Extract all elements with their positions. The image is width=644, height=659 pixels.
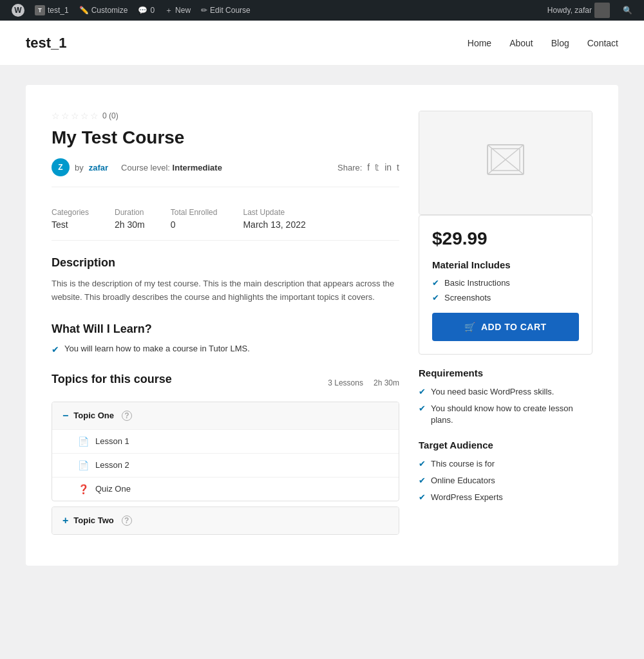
wp-logo-icon: W <box>12 4 24 17</box>
req-2-text: You should know how to create lesson pla… <box>431 403 592 426</box>
site-icon: T <box>35 5 45 15</box>
nav-contact[interactable]: Contact <box>587 38 618 48</box>
quiz-1-name: Quiz One <box>95 484 131 494</box>
course-level-label: Course level: <box>121 163 170 172</box>
audience-check-icon-1: ✔ <box>419 458 426 470</box>
stat-duration: Duration 2h 30m <box>115 208 145 230</box>
author-info: Z by zafar <box>52 158 108 176</box>
stat-duration-label: Duration <box>115 208 145 217</box>
topic-toggle-icon: − <box>62 410 68 422</box>
purchase-box: $29.99 Material Includes ✔ Basic Instruc… <box>419 215 592 355</box>
topics-title: Topics for this course <box>52 373 172 386</box>
topic-help-icon[interactable]: ? <box>122 411 132 421</box>
share-facebook[interactable]: f <box>367 162 370 172</box>
material-item-2: ✔ Screenshots <box>432 293 579 302</box>
material-item-1: ✔ Basic Instructions <box>432 278 579 288</box>
audience-check-icon-2: ✔ <box>419 475 426 487</box>
audience-section: Target Audience ✔ This course is for ✔ O… <box>419 440 592 504</box>
new-item[interactable]: ＋ New <box>160 0 196 21</box>
stat-update: Last Update March 13, 2022 <box>243 208 305 230</box>
edit-icon: ✏ <box>201 6 207 15</box>
audience-title: Target Audience <box>419 440 592 450</box>
req-item-2: ✔ You should know how to create lesson p… <box>419 403 592 426</box>
stat-enrolled-value: 0 <box>171 219 218 230</box>
admin-site-name: test_1 <box>48 6 69 15</box>
new-icon: ＋ <box>165 5 173 16</box>
topics-duration: 2h 30m <box>374 378 399 387</box>
nav-blog[interactable]: Blog <box>551 38 569 48</box>
stat-enrolled: Total Enrolled 0 <box>171 208 218 230</box>
topic-two-name: Topic Two <box>73 515 113 525</box>
new-label: New <box>175 6 191 15</box>
course-stats: Categories Test Duration 2h 30m Total En… <box>52 198 399 241</box>
learn-title: What Will I Learn? <box>52 322 399 336</box>
site-name-item[interactable]: T test_1 <box>30 0 74 21</box>
topic-one-header[interactable]: − Topic One ? <box>52 402 399 429</box>
add-to-cart-button[interactable]: 🛒 ADD TO CART <box>432 313 579 341</box>
audience-check-icon-3: ✔ <box>419 492 426 503</box>
audience-1-text: This course is for <box>431 458 495 470</box>
course-rating: ☆ ☆ ☆ ☆ ☆ 0 (0) <box>52 111 399 121</box>
lesson-2-name: Lesson 2 <box>95 460 129 470</box>
req-item-1: ✔ You need basic WordPress skills. <box>419 386 592 398</box>
material-title: Material Includes <box>432 259 579 270</box>
course-sidebar: $29.99 Material Includes ✔ Basic Instruc… <box>419 111 592 540</box>
audience-2-text: Online Educators <box>431 475 495 487</box>
course-main: ☆ ☆ ☆ ☆ ☆ 0 (0) My Test Course <box>52 111 399 540</box>
author-avatar: Z <box>52 158 70 176</box>
nav-home[interactable]: Home <box>468 38 491 48</box>
description-title: Description <box>52 256 399 270</box>
topic-one-lessons: 📄 Lesson 1 📄 Lesson 2 ❓ Quiz One <box>52 429 399 501</box>
share-tumblr[interactable]: t <box>397 162 399 172</box>
star-1: ☆ <box>52 111 60 121</box>
description-text: This is the description of my test cours… <box>52 277 399 304</box>
author-link[interactable]: zafar <box>89 163 108 172</box>
wp-logo-item[interactable]: W <box>6 0 30 21</box>
share-icons: f 𝕥 in t <box>367 162 399 172</box>
share-label: Share: <box>337 163 362 172</box>
lesson-item-2[interactable]: 📄 Lesson 2 <box>52 453 399 477</box>
search-item[interactable]: 🔍 <box>618 0 638 21</box>
topic-block-two: + Topic Two ? <box>52 506 399 535</box>
topic-two-header[interactable]: + Topic Two ? <box>52 507 399 534</box>
star-4: ☆ <box>80 111 89 121</box>
topics-header: Topics for this course 3 Lessons 2h 30m <box>52 373 399 394</box>
stat-categories: Categories Test <box>52 208 89 230</box>
stat-update-label: Last Update <box>243 208 305 217</box>
customize-item[interactable]: ✏️ Customize <box>74 0 133 21</box>
lesson-1-name: Lesson 1 <box>95 436 129 446</box>
req-check-icon-2: ✔ <box>419 403 426 414</box>
admin-bar-left: W T test_1 ✏️ Customize 💬 0 ＋ New ✏ Edit… <box>6 0 542 21</box>
howdy-text: Howdy, zafar <box>547 6 592 15</box>
topic-two-help-icon[interactable]: ? <box>122 515 132 526</box>
req-1-text: You need basic WordPress skills. <box>431 386 554 398</box>
site-title[interactable]: test_1 <box>26 35 67 51</box>
site-header: test_1 Home About Blog Contact <box>0 21 644 66</box>
share-linkedin[interactable]: in <box>384 162 392 172</box>
stat-categories-label: Categories <box>52 208 89 217</box>
course-price: $29.99 <box>432 228 579 249</box>
customize-icon: ✏️ <box>79 6 89 15</box>
quiz-item-1[interactable]: ❓ Quiz One <box>52 477 399 501</box>
edit-course-item[interactable]: ✏ Edit Course <box>196 0 256 21</box>
course-meta: Z by zafar Course level: Intermediate Sh… <box>52 158 399 187</box>
admin-bar: W T test_1 ✏️ Customize 💬 0 ＋ New ✏ Edit… <box>0 0 644 21</box>
comments-item[interactable]: 💬 0 <box>133 0 160 21</box>
requirements-section: Requirements ✔ You need basic WordPress … <box>419 367 592 427</box>
star-rating: ☆ ☆ ☆ ☆ ☆ <box>52 111 99 121</box>
stat-enrolled-label: Total Enrolled <box>171 208 218 217</box>
star-2: ☆ <box>61 111 70 121</box>
comments-icon: 💬 <box>138 6 147 15</box>
topics-lessons-count: 3 Lessons <box>328 378 363 387</box>
search-icon: 🔍 <box>623 6 632 15</box>
author-initial: Z <box>58 163 62 172</box>
howdy-item[interactable]: Howdy, zafar <box>542 0 615 21</box>
learn-section: What Will I Learn? ✔ You will learn how … <box>52 322 399 355</box>
quiz-icon: ❓ <box>78 484 89 494</box>
learn-item-text: You will learn how to make a course in T… <box>64 344 250 353</box>
author-by: by <box>75 163 84 172</box>
nav-about[interactable]: About <box>509 38 533 48</box>
req-check-icon-1: ✔ <box>419 386 426 398</box>
share-twitter[interactable]: 𝕥 <box>375 162 379 172</box>
lesson-item-1[interactable]: 📄 Lesson 1 <box>52 429 399 453</box>
